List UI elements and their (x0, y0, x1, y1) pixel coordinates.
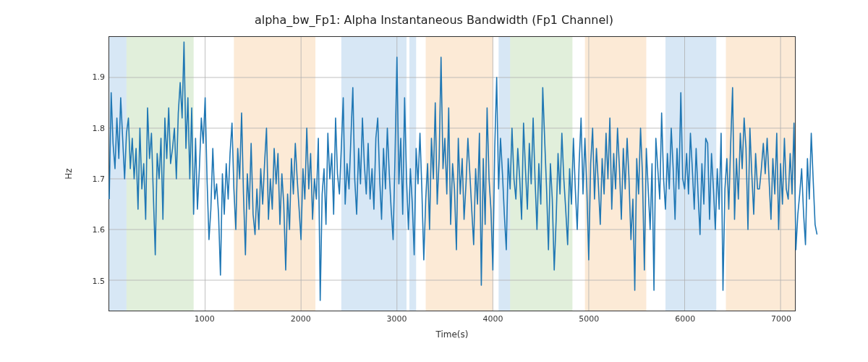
y-tick: 1.7 (76, 174, 105, 184)
plot-area (109, 36, 796, 311)
x-tick: 6000 (667, 314, 703, 324)
x-tick: 3000 (379, 314, 415, 324)
figure: alpha_bw_Fp1: Alpha Instantaneous Bandwi… (0, 0, 868, 362)
x-axis-label: Time(s) (109, 329, 796, 340)
x-tick: 2000 (283, 314, 319, 324)
chart-title: alpha_bw_Fp1: Alpha Instantaneous Bandwi… (0, 13, 868, 27)
plot-svg (109, 37, 795, 311)
x-tick: 1000 (187, 314, 223, 324)
x-tick: 5000 (571, 314, 607, 324)
y-tick: 1.5 (76, 276, 105, 285)
x-tick: 4000 (475, 314, 511, 324)
y-tick: 1.6 (76, 225, 105, 235)
x-tick: 7000 (763, 314, 799, 324)
y-tick: 1.8 (76, 123, 105, 132)
y-axis-label: Hz (61, 36, 76, 311)
y-tick: 1.9 (76, 72, 105, 82)
